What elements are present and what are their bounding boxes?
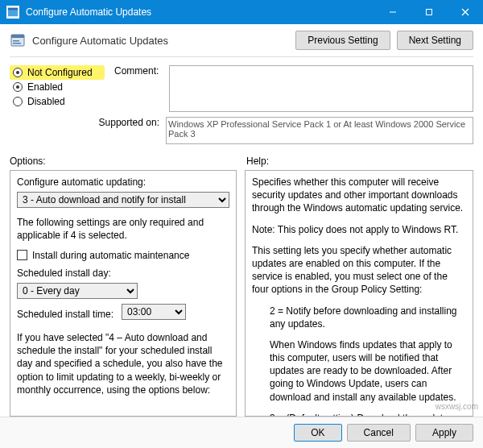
minimize-button[interactable] bbox=[374, 0, 411, 24]
radio-dot-icon bbox=[13, 82, 23, 92]
svg-rect-8 bbox=[13, 40, 19, 42]
install-maintenance-checkbox[interactable]: Install during automatic maintenance bbox=[17, 249, 229, 262]
help-panel[interactable]: Specifies whether this computer will rec… bbox=[245, 170, 473, 417]
state-radios: Not Configured Enabled Disabled bbox=[10, 65, 105, 109]
help-paragraph: Specifies whether this computer will rec… bbox=[252, 176, 466, 215]
maximize-button[interactable] bbox=[411, 0, 447, 24]
radio-label: Disabled bbox=[27, 96, 65, 107]
svg-rect-3 bbox=[426, 10, 431, 15]
radio-label: Enabled bbox=[27, 81, 63, 93]
options-heading: Options: bbox=[10, 156, 237, 167]
policy-icon bbox=[10, 32, 26, 48]
supported-label: Supported on: bbox=[10, 117, 159, 128]
scheduled-day-select[interactable]: 0 - Every day bbox=[17, 283, 138, 299]
svg-rect-1 bbox=[8, 8, 18, 10]
window-title: Configure Automatic Updates bbox=[26, 6, 374, 18]
apply-button[interactable]: Apply bbox=[415, 424, 473, 442]
state-row: Not Configured Enabled Disabled Comment: bbox=[0, 62, 483, 112]
help-option-2: 2 = Notify before downloading and instal… bbox=[252, 305, 466, 330]
comment-label: Comment: bbox=[114, 65, 163, 112]
comment-field[interactable] bbox=[169, 65, 473, 112]
help-text: Specifies whether this computer will rec… bbox=[252, 176, 466, 417]
scheduled-time-select[interactable]: 03:00 bbox=[122, 304, 186, 320]
title-bar: Configure Automatic Updates bbox=[0, 0, 483, 24]
divider bbox=[10, 56, 473, 57]
ok-button[interactable]: OK bbox=[294, 424, 341, 442]
supported-field[interactable] bbox=[166, 117, 473, 144]
previous-setting-button[interactable]: Previous Setting bbox=[295, 31, 390, 50]
options-panel[interactable]: Configure automatic updating: 3 - Auto d… bbox=[10, 170, 237, 417]
radio-enabled[interactable]: Enabled bbox=[10, 80, 105, 94]
help-option-2-detail: When Windows finds updates that apply to… bbox=[252, 338, 466, 404]
options-note: The following settings are only required… bbox=[17, 216, 229, 242]
svg-rect-7 bbox=[11, 35, 24, 38]
section-headers: Options: Help: bbox=[0, 144, 483, 168]
help-paragraph: This setting lets you specify whether au… bbox=[252, 244, 466, 297]
radio-disabled[interactable]: Disabled bbox=[10, 94, 105, 109]
radio-not-configured[interactable]: Not Configured bbox=[10, 65, 105, 80]
comment-wrap: Comment: bbox=[114, 65, 473, 112]
scheduled-day-label: Scheduled install day: bbox=[17, 267, 229, 280]
radio-ring-icon bbox=[13, 97, 23, 106]
svg-rect-9 bbox=[13, 43, 21, 44]
footer-buttons: OK Cancel Apply bbox=[0, 417, 483, 448]
radio-dot-icon bbox=[13, 68, 23, 77]
checkbox-label: Install during automatic maintenance bbox=[32, 249, 189, 262]
help-paragraph: Note: This policy does not apply to Wind… bbox=[252, 223, 466, 236]
panels: Configure automatic updating: 3 - Auto d… bbox=[0, 168, 483, 417]
scheduled-time-label: Scheduled install time: bbox=[17, 308, 114, 321]
supported-row: Supported on: bbox=[0, 112, 483, 144]
app-icon bbox=[6, 6, 19, 19]
header-strip: Configure Automatic Updates Previous Set… bbox=[0, 24, 483, 56]
close-button[interactable] bbox=[447, 0, 483, 24]
next-setting-button[interactable]: Next Setting bbox=[397, 31, 473, 50]
cancel-button[interactable]: Cancel bbox=[347, 424, 411, 442]
radio-label: Not Configured bbox=[27, 67, 93, 78]
watermark: wsxwsj.com bbox=[436, 402, 478, 411]
checkbox-icon bbox=[17, 250, 27, 260]
configure-updating-select[interactable]: 3 - Auto download and notify for install bbox=[17, 192, 229, 208]
page-title: Configure Automatic Updates bbox=[32, 35, 289, 47]
help-heading: Help: bbox=[246, 156, 269, 167]
options-tail-text: If you have selected "4 – Auto download … bbox=[17, 331, 229, 396]
configure-updating-label: Configure automatic updating: bbox=[17, 176, 229, 189]
